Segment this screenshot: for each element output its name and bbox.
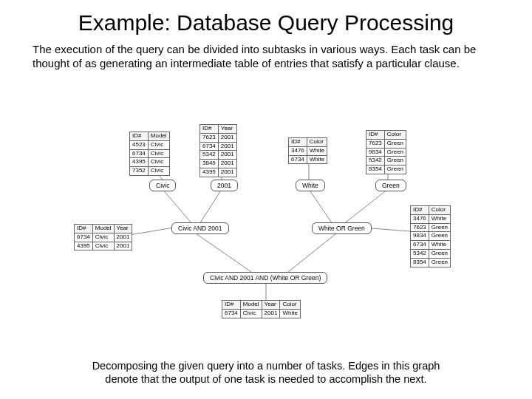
column-header: ID# xyxy=(366,131,385,140)
column-header: ID# xyxy=(130,132,149,141)
svg-line-8 xyxy=(129,228,174,235)
table-row: 6734Civic2001White xyxy=(222,309,301,318)
node-civic: Civic xyxy=(149,180,176,191)
diagram-stage: ID#Model4523Civic6734Civic4395Civic7352C… xyxy=(0,124,532,346)
table-id-model: ID#Model4523Civic6734Civic4395Civic7352C… xyxy=(129,132,170,176)
table-row: 6734Civic2001 xyxy=(75,233,132,242)
table-row: 76232001 xyxy=(200,133,237,142)
table-row: 4523Civic xyxy=(130,140,170,149)
table-row: 4395Civic xyxy=(130,158,170,167)
svg-line-10 xyxy=(196,233,251,272)
table-row: 43952001 xyxy=(200,168,237,177)
table-row: 6734White xyxy=(411,241,451,250)
column-header: ID# xyxy=(222,301,241,310)
column-header: Model xyxy=(148,132,169,141)
column-header: Model xyxy=(92,225,114,233)
svg-line-6 xyxy=(309,189,332,224)
intro-text: The execution of the query can be divide… xyxy=(0,40,532,71)
slide-title: Example: Database Query Processing xyxy=(0,0,532,40)
table-final: ID#ModelYearColor6734Civic2001White xyxy=(222,300,301,318)
svg-line-4 xyxy=(163,189,192,224)
node-green: Green xyxy=(375,180,406,191)
table-row: 38452001 xyxy=(200,160,237,168)
column-header: Year xyxy=(218,125,236,134)
svg-line-5 xyxy=(200,189,222,224)
table-model-year: ID#ModelYear6734Civic20014395Civic2001 xyxy=(74,224,132,250)
table-row: 3476White xyxy=(411,214,451,223)
table-row: 4395Civic2001 xyxy=(75,242,132,250)
table-row: 9834Green xyxy=(411,232,451,241)
table-row: 6734White xyxy=(289,155,327,164)
column-header: Color xyxy=(384,131,406,140)
table-row: 7623Green xyxy=(411,223,451,232)
svg-line-11 xyxy=(288,233,336,272)
column-header: ID# xyxy=(411,206,429,215)
column-header: Color xyxy=(429,206,450,215)
table-row: 6734Civic xyxy=(130,149,170,158)
table-row: 53422001 xyxy=(200,151,237,160)
table-row: 8354Green xyxy=(366,166,406,174)
table-color-or: ID#Color3476White7623Green9834Green6734W… xyxy=(410,205,451,267)
column-header: Color xyxy=(280,301,300,310)
column-header: ID# xyxy=(75,225,93,233)
column-header: ID# xyxy=(200,125,219,134)
caption-text: Decomposing the given query into a numbe… xyxy=(0,359,532,386)
table-id-color-white: ID#Color3476White6734White xyxy=(288,137,327,164)
node-white-or-green: White OR Green xyxy=(312,222,372,234)
table-id-color-green: ID#Color7623Green9834Green5342Green8354G… xyxy=(366,130,406,174)
table-id-year: ID#Year762320016734200153422001384520014… xyxy=(200,124,237,177)
table-row: 7352Civic xyxy=(130,167,170,176)
table-row: 67342001 xyxy=(200,142,237,151)
column-header: Color xyxy=(307,138,327,147)
table-row: 8354Green xyxy=(411,258,451,267)
svg-line-7 xyxy=(344,189,388,224)
table-row: 7623Green xyxy=(366,139,406,148)
column-header: Year xyxy=(114,225,132,233)
node-final: Civic AND 2001 AND (White OR Green) xyxy=(203,272,327,284)
node-2001: 2001 xyxy=(211,180,238,191)
table-row: 5342Green xyxy=(411,249,451,258)
column-header: Year xyxy=(262,301,280,310)
node-white: White xyxy=(296,180,325,191)
table-row: 5342Green xyxy=(366,157,406,166)
table-row: 3476White xyxy=(289,146,327,155)
table-row: 9834Green xyxy=(366,148,406,157)
column-header: ID# xyxy=(289,138,307,147)
node-civic-and-2001: Civic AND 2001 xyxy=(171,222,229,234)
column-header: Model xyxy=(240,301,262,310)
